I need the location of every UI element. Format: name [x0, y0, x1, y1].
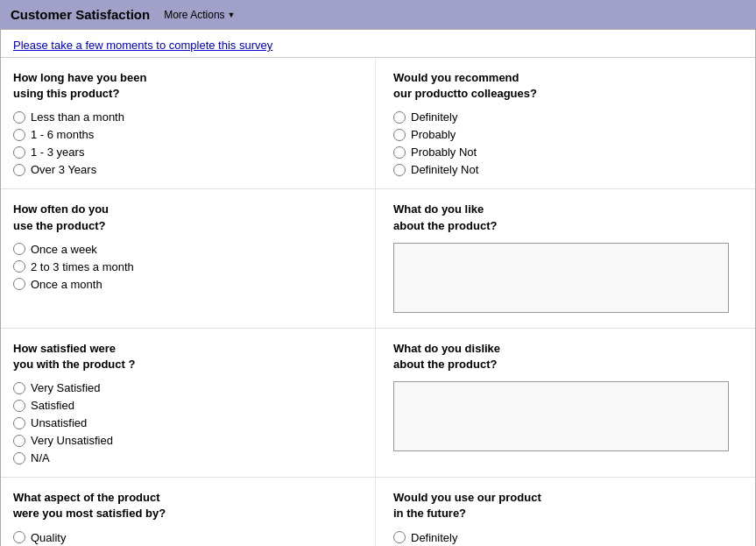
question-recommend: Would you recommendour productto colleag… — [393, 70, 746, 102]
options-satisfaction: Very Satisfied Satisfied Unsatisfied Ver… — [13, 381, 366, 464]
section-dislike-product: What do you dislikeabout the product? — [376, 329, 755, 477]
header: Customer Satisfaction More Actions ▼ — [0, 0, 756, 29]
option-2-3-times-month[interactable]: 2 to 3 times a month — [13, 260, 366, 273]
option-once-month[interactable]: Once a month — [13, 278, 366, 291]
option-na[interactable]: N/A — [13, 451, 366, 464]
question-satisfaction: How satisfied wereyou with the product ? — [13, 341, 366, 372]
section-satisfied-aspect: What aspect of the productwere you most … — [1, 478, 376, 546]
question-usage-duration: How long have you beenusing this product… — [13, 70, 366, 102]
section-future-use: Would you use our productin the future? … — [376, 478, 755, 546]
section-recommend: Would you recommendour productto colleag… — [376, 58, 755, 188]
more-actions-arrow-icon: ▼ — [228, 11, 236, 19]
option-probably[interactable]: Probably — [393, 128, 746, 141]
option-definitely-not[interactable]: Definitely Not — [393, 163, 746, 176]
section-usage-frequency: How often do youuse the product? Once a … — [1, 189, 376, 327]
option-very-satisfied[interactable]: Very Satisfied — [13, 381, 366, 394]
survey-body: How long have you beenusing this product… — [1, 58, 755, 546]
options-usage-duration: Less than a month 1 - 6 months 1 - 3 yea… — [13, 110, 366, 176]
option-1-3-years[interactable]: 1 - 3 years — [13, 145, 366, 159]
option-definitely[interactable]: Definitely — [393, 110, 746, 124]
options-satisfied-aspect: Quality Price Purchase Experience Instal… — [13, 531, 366, 547]
option-probably-not[interactable]: Probably Not — [393, 145, 746, 159]
question-dislike-product: What do you dislikeabout the product? — [393, 341, 746, 372]
options-usage-frequency: Once a week 2 to 3 times a month Once a … — [13, 243, 366, 291]
option-quality[interactable]: Quality — [13, 531, 366, 544]
option-over-3-years[interactable]: Over 3 Years — [13, 163, 366, 176]
option-very-unsatisfied[interactable]: Very Unsatisfied — [13, 434, 366, 447]
dislike-product-textarea[interactable] — [393, 381, 729, 451]
option-once-week[interactable]: Once a week — [13, 243, 366, 256]
section-usage-duration: How long have you beenusing this product… — [1, 58, 376, 188]
more-actions-button[interactable]: More Actions ▼ — [164, 9, 235, 21]
option-future-definitely[interactable]: Definitely — [393, 531, 746, 544]
survey-intro-link[interactable]: Please take a few moments to complete th… — [13, 39, 272, 52]
option-1-6-months[interactable]: 1 - 6 months — [13, 128, 366, 141]
question-like-product: What do you likeabout the product? — [393, 202, 746, 233]
option-unsatisfied[interactable]: Unsatisfied — [13, 416, 366, 429]
options-recommend: Definitely Probably Probably Not Definit… — [393, 110, 746, 176]
option-satisfied[interactable]: Satisfied — [13, 399, 366, 412]
option-less-than-month[interactable]: Less than a month — [13, 110, 366, 124]
like-product-textarea[interactable] — [393, 243, 729, 313]
section-satisfaction: How satisfied wereyou with the product ?… — [1, 329, 376, 477]
question-future-use: Would you use our productin the future? — [393, 490, 746, 521]
question-satisfied-aspect: What aspect of the productwere you most … — [13, 490, 366, 521]
page-title: Customer Satisfaction — [11, 7, 150, 22]
question-usage-frequency: How often do youuse the product? — [13, 202, 366, 233]
options-future-use: Definitely Probably Probably Not Definit… — [393, 531, 746, 547]
section-like-product: What do you likeabout the product? — [376, 189, 755, 327]
survey-intro: Please take a few moments to complete th… — [1, 30, 755, 58]
